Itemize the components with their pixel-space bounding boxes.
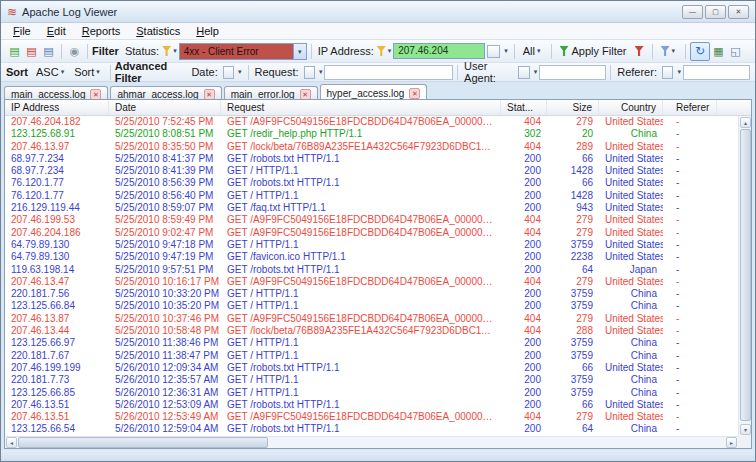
all-filter-label: All [523,45,535,57]
log-row[interactable]: 76.120.1.775/25/2010 8:56:39 PMGET /robo… [5,177,738,189]
referer-filter-icon[interactable] [662,66,673,79]
tab-close-icon[interactable]: ✕ [300,89,311,100]
status-funnel-dropdown-icon[interactable]: ▾ [173,47,177,55]
log-row[interactable]: 207.46.13.475/25/2010 10:16:17 PMGET /A9… [5,276,738,288]
date-dropdown-icon[interactable]: ▾ [238,68,242,76]
log-row[interactable]: 123.125.66.545/26/2010 12:59:04 AMGET /r… [5,423,738,435]
log-row[interactable]: 64.79.89.1305/25/2010 9:47:18 PMGET / HT… [5,239,738,251]
log-row[interactable]: 220.181.7.735/26/2010 12:35:57 AMGET / H… [5,374,738,386]
cell-status: 200 [501,374,547,386]
column-header-status[interactable]: Stat... [501,100,547,115]
column-header-ip-address[interactable]: IP Address [5,100,109,115]
log-row[interactable]: 207.46.204.1825/25/2010 7:52:45 PMGET /A… [5,116,738,128]
tab-close-icon[interactable]: ✕ [90,89,101,100]
column-header-country[interactable]: Country [599,100,663,115]
tab-close-icon[interactable]: ✕ [204,89,215,100]
vertical-scroll-thumb[interactable] [740,129,751,421]
vertical-scrollbar[interactable]: ▴ ▾ [738,116,751,436]
export-icon[interactable]: ▦ [711,44,726,59]
menu-item-statistics[interactable]: Statistics [128,24,188,38]
reload-log-icon[interactable]: ▤ [41,44,56,59]
close-log-icon[interactable]: ▤ [24,44,39,59]
log-row[interactable]: 76.120.1.775/25/2010 8:56:40 PMGET / HTT… [5,190,738,202]
minimize-button[interactable]: — [682,5,703,19]
scroll-down-icon[interactable]: ▾ [740,424,751,435]
menu-item-reports[interactable]: Reports [74,24,129,38]
cell-ip-address: 207.46.13.51 [5,411,109,423]
sort-order-button[interactable]: ASC ▾ [32,64,70,80]
cell-country: China [599,423,663,435]
cell-status: 200 [501,239,547,251]
ip-address-label: IP Address: [318,45,374,57]
log-row[interactable]: 68.97.7.2345/25/2010 8:41:37 PMGET /robo… [5,153,738,165]
ip-funnel-dropdown-icon[interactable]: ▾ [388,47,392,55]
log-row[interactable]: 207.46.204.1865/25/2010 9:02:47 PMGET /A… [5,227,738,239]
column-header-referer[interactable]: Referer [663,100,717,115]
cell-country: United States [599,399,663,411]
tab-close-icon[interactable]: ✕ [409,88,420,99]
cell-request: GET /A9F9FC5049156E18FDCBDD64D47B06EA_00… [221,227,501,239]
log-row[interactable]: 123.125.66.855/26/2010 12:36:31 AMGET / … [5,387,738,399]
all-filter-button[interactable]: All ▾ [519,43,547,59]
referer-dropdown-icon[interactable]: ▾ [677,68,681,76]
log-row[interactable]: 207.46.13.515/26/2010 12:53:09 AMGET /ro… [5,399,738,411]
horizontal-scrollbar[interactable]: ◂ ▸ [5,436,738,448]
request-filter-icon[interactable] [304,66,315,79]
refresh-button[interactable]: ↻ [690,42,710,61]
ip-filter-input[interactable]: 207.46.204 [393,43,485,59]
scroll-left-icon[interactable]: ◂ [6,437,17,448]
log-row[interactable]: 207.46.13.875/25/2010 10:37:46 PMGET /A9… [5,313,738,325]
cell-status: 200 [501,387,547,399]
status-filter-combo[interactable]: 4xx - Client Error ▾ [179,43,307,60]
log-row[interactable]: 220.181.7.565/25/2010 10:33:20 PMGET / H… [5,288,738,300]
log-row[interactable]: 220.181.7.675/25/2010 11:38:47 PMGET / H… [5,350,738,362]
ip-list-icon[interactable] [487,45,500,58]
cell-country: China [599,300,663,312]
column-header-date[interactable]: Date [109,100,221,115]
request-filter-input[interactable] [324,65,453,80]
user-agent-filter-input[interactable] [539,65,606,80]
request-dropdown-icon[interactable]: ▾ [319,68,323,76]
menu-item-help[interactable]: Help [188,24,227,38]
log-row[interactable]: 207.46.13.445/25/2010 10:58:48 PMGET /lo… [5,325,738,337]
sort-by-button[interactable]: Sort ▾ [70,64,106,80]
log-row[interactable]: 119.63.198.145/25/2010 9:57:51 PMGET /ro… [5,264,738,276]
menu-item-file[interactable]: File [5,24,39,38]
cell-request: GET /faq.txt HTTP/1.1 [221,202,501,214]
scroll-right-icon[interactable]: ▸ [726,437,737,448]
cell-referer: - [663,116,717,128]
log-row[interactable]: 207.46.199.1995/26/2010 12:09:34 AMGET /… [5,362,738,374]
log-row[interactable]: 123.125.66.975/25/2010 11:38:46 PMGET / … [5,337,738,349]
cell-ip-address: 64.79.89.130 [5,251,109,263]
highlight-toggle-icon[interactable]: ◉ [67,44,82,59]
ip-list-dropdown-icon[interactable]: ▾ [504,47,508,55]
log-row[interactable]: 207.46.13.975/25/2010 8:35:50 PMGET /loc… [5,141,738,153]
filter-options-button[interactable]: ▾ [657,44,682,58]
cell-request: GET /A9F9FC5049156E18FDCBDD64D47B06EA_00… [221,276,501,288]
open-log-icon[interactable]: ▤ [7,44,22,59]
log-row[interactable]: 207.46.13.515/26/2010 12:53:49 AMGET /A9… [5,411,738,423]
log-row[interactable]: 123.125.66.845/25/2010 10:35:20 PMGET / … [5,300,738,312]
log-row[interactable]: 216.129.119.445/25/2010 8:59:07 PMGET /f… [5,202,738,214]
open-in-browser-icon[interactable]: ◱ [728,44,743,59]
clear-filter-icon[interactable] [632,44,647,59]
log-row[interactable]: 123.125.68.915/25/2010 8:08:51 PMGET /re… [5,128,738,140]
scroll-up-icon[interactable]: ▴ [740,117,751,128]
date-picker-icon[interactable] [223,66,234,79]
user-agent-dropdown-icon[interactable]: ▾ [534,68,538,76]
log-row[interactable]: 207.46.199.535/25/2010 8:59:49 PMGET /A9… [5,214,738,226]
maximize-button[interactable]: ▢ [705,5,726,19]
apply-filter-button[interactable]: Apply Filter [556,43,631,59]
status-combo-arrow-icon[interactable]: ▾ [293,44,306,59]
horizontal-scroll-thumb[interactable] [18,437,268,448]
referer-filter-input[interactable] [683,65,750,80]
log-row[interactable]: 64.79.89.1305/25/2010 9:47:19 PMGET /fav… [5,251,738,263]
close-button[interactable]: ✕ [728,5,749,19]
menu-item-edit[interactable]: Edit [39,24,74,38]
status-funnel-icon[interactable] [162,46,171,56]
ip-funnel-icon[interactable] [377,46,386,56]
column-header-size[interactable]: Size [547,100,599,115]
column-header-request[interactable]: Request [221,100,501,115]
user-agent-filter-icon[interactable] [518,66,529,79]
log-row[interactable]: 68.97.7.2345/25/2010 8:41:39 PMGET / HTT… [5,165,738,177]
